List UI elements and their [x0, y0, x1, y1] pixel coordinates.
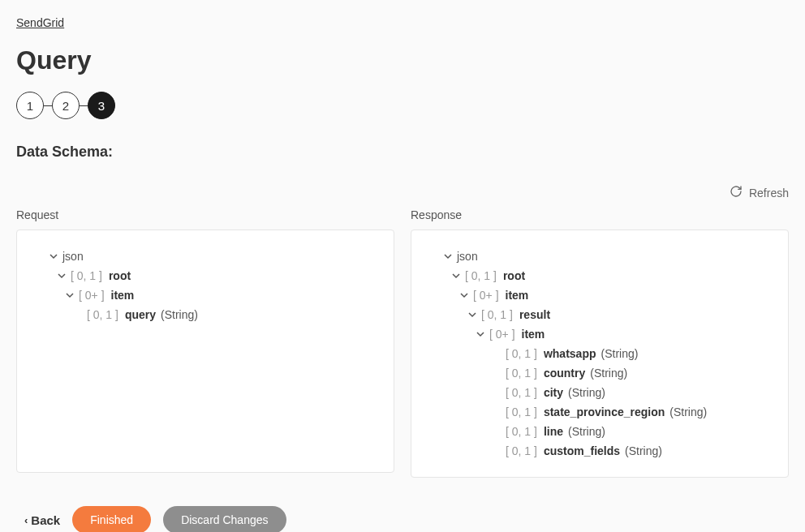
- chevron-down-icon: [468, 311, 476, 319]
- finished-button[interactable]: Finished: [72, 506, 151, 532]
- tree-row: [ 0, 1 ]whatsapp(String): [428, 344, 772, 363]
- cardinality-label: [ 0, 1 ]: [506, 444, 537, 457]
- field-name: item: [522, 328, 545, 341]
- tree-format-label: json: [457, 250, 478, 263]
- chevron-down-icon: [476, 330, 484, 338]
- tree-format-label: json: [62, 250, 84, 263]
- cardinality-label: [ 0, 1 ]: [506, 367, 537, 380]
- field-type: (String): [625, 444, 662, 457]
- field-name: whatsapp: [544, 347, 596, 360]
- field-name: state_province_region: [544, 405, 665, 418]
- tree-row: [ 0, 1 ]custom_fields(String): [428, 441, 772, 461]
- request-panel: json [ 0, 1 ]root[ 0+ ]item[ 0, 1 ]query…: [16, 230, 394, 473]
- field-name: root: [503, 269, 525, 282]
- tree-row: [ 0, 1 ]line(String): [428, 422, 772, 441]
- refresh-label: Refresh: [749, 187, 789, 200]
- field-name: query: [125, 308, 156, 321]
- tree-row[interactable]: [ 0+ ]item: [33, 285, 377, 305]
- cardinality-label: [ 0+ ]: [489, 328, 515, 341]
- field-name: item: [506, 289, 529, 302]
- cardinality-label: [ 0, 1 ]: [481, 308, 513, 321]
- field-type: (String): [601, 347, 639, 360]
- step-1[interactable]: 1: [16, 92, 44, 119]
- response-panel-label: Response: [411, 208, 789, 221]
- field-name: country: [544, 367, 585, 380]
- step-connector: [44, 105, 52, 106]
- cardinality-label: [ 0, 1 ]: [506, 405, 537, 418]
- tree-row: [ 0, 1 ]country(String): [428, 363, 772, 383]
- step-3[interactable]: 3: [88, 92, 115, 119]
- cardinality-label: [ 0, 1 ]: [465, 269, 497, 282]
- cardinality-label: [ 0+ ]: [473, 289, 499, 302]
- tree-row: [ 0, 1 ]query(String): [33, 305, 377, 324]
- chevron-down-icon: [444, 252, 452, 260]
- chevron-down-icon: [66, 291, 74, 299]
- tree-row[interactable]: [ 0, 1 ]root: [428, 266, 772, 285]
- stepper: 1 2 3: [16, 92, 789, 119]
- field-name: item: [111, 289, 135, 302]
- tree-root-row[interactable]: json: [428, 247, 772, 266]
- field-name: result: [519, 308, 550, 321]
- chevron-down-icon: [58, 272, 66, 280]
- field-name: city: [544, 386, 563, 399]
- field-type: (String): [568, 425, 605, 438]
- step-connector: [80, 105, 88, 106]
- cardinality-label: [ 0, 1 ]: [506, 347, 537, 360]
- field-type: (String): [161, 308, 198, 321]
- refresh-button[interactable]: Refresh: [730, 185, 789, 200]
- section-title: Data Schema:: [16, 144, 789, 161]
- tree-row[interactable]: [ 0+ ]item: [428, 324, 772, 344]
- tree-row: [ 0, 1 ]state_province_region(String): [428, 402, 772, 422]
- cardinality-label: [ 0, 1 ]: [71, 269, 102, 282]
- tree-row[interactable]: [ 0+ ]item: [428, 285, 772, 305]
- tree-root-row[interactable]: json: [33, 247, 377, 266]
- tree-row[interactable]: [ 0, 1 ]result: [428, 305, 772, 324]
- chevron-down-icon: [50, 252, 58, 260]
- field-name: line: [544, 425, 563, 438]
- chevron-down-icon: [460, 291, 468, 299]
- discard-button[interactable]: Discard Changes: [163, 506, 286, 532]
- field-type: (String): [568, 386, 605, 399]
- breadcrumb-link[interactable]: SendGrid: [16, 16, 64, 29]
- tree-row[interactable]: [ 0, 1 ]root: [33, 266, 377, 285]
- refresh-icon: [730, 185, 743, 200]
- field-type: (String): [669, 405, 707, 418]
- request-panel-label: Request: [16, 208, 394, 221]
- field-type: (String): [590, 367, 627, 380]
- chevron-left-icon: ‹: [24, 514, 28, 526]
- tree-row: [ 0, 1 ]city(String): [428, 383, 772, 402]
- cardinality-label: [ 0, 1 ]: [87, 308, 118, 321]
- cardinality-label: [ 0+ ]: [79, 289, 105, 302]
- step-2[interactable]: 2: [52, 92, 80, 119]
- back-button[interactable]: ‹ Back: [24, 513, 60, 527]
- cardinality-label: [ 0, 1 ]: [506, 425, 537, 438]
- cardinality-label: [ 0, 1 ]: [506, 386, 537, 399]
- page-title: Query: [16, 45, 789, 75]
- field-name: root: [109, 269, 131, 282]
- response-panel: json [ 0, 1 ]root[ 0+ ]item[ 0, 1 ]resul…: [411, 230, 789, 478]
- chevron-down-icon: [452, 272, 460, 280]
- field-name: custom_fields: [544, 444, 620, 457]
- back-label: Back: [31, 513, 60, 527]
